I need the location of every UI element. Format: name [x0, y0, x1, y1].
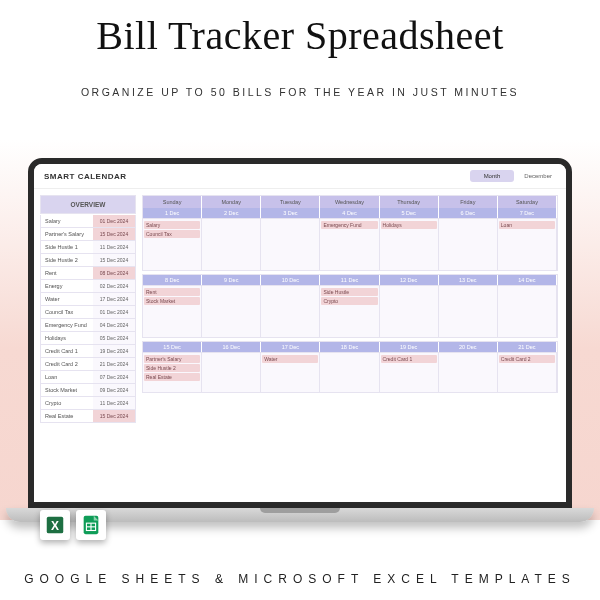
laptop-mockup: SMART CALENDAR Month December OVERVIEW S…	[28, 158, 572, 508]
overview-name: Credit Card 1	[41, 345, 93, 357]
overview-name: Credit Card 2	[41, 358, 93, 370]
overview-row[interactable]: Crypto11 Dec 2024	[40, 397, 136, 410]
overview-row[interactable]: Council Tax01 Dec 2024	[40, 306, 136, 319]
day-number: 16 Dec	[202, 342, 261, 352]
sheets-icon	[76, 510, 106, 540]
laptop-bezel: SMART CALENDAR Month December OVERVIEW S…	[28, 158, 572, 508]
day-label: Tuesday	[261, 196, 320, 208]
event-chip[interactable]: Council Tax	[144, 230, 200, 238]
event-chip[interactable]: Crypto	[321, 297, 377, 305]
overview-row[interactable]: Credit Card 119 Dec 2024	[40, 345, 136, 358]
overview-panel: OVERVIEW Salary01 Dec 2024Partner's Sala…	[34, 189, 136, 501]
day-number: 14 Dec	[498, 275, 557, 285]
overview-name: Rent	[41, 267, 93, 279]
overview-date: 01 Dec 2024	[93, 215, 135, 227]
calendar-cell[interactable]: Side HustleCrypto	[320, 285, 379, 337]
overview-row[interactable]: Credit Card 221 Dec 2024	[40, 358, 136, 371]
calendar-cell[interactable]	[439, 285, 498, 337]
overview-row[interactable]: Stock Market09 Dec 2024	[40, 384, 136, 397]
day-number: 5 Dec	[380, 208, 439, 218]
day-number: 21 Dec	[498, 342, 557, 352]
overview-row[interactable]: Side Hustle 111 Dec 2024	[40, 241, 136, 254]
overview-name: Salary	[41, 215, 93, 227]
page-title: Bill Tracker Spreadsheet	[0, 12, 600, 59]
calendar-cell[interactable]	[261, 218, 320, 270]
overview-date: 07 Dec 2024	[93, 371, 135, 383]
overview-row[interactable]: Energy02 Dec 2024	[40, 280, 136, 293]
calendar-cell[interactable]: Partner's SalarySide Hustle 2Real Estate	[143, 352, 202, 392]
event-chip[interactable]: Partner's Salary	[144, 355, 200, 363]
day-number: 1 Dec	[143, 208, 202, 218]
overview-row[interactable]: Salary01 Dec 2024	[40, 215, 136, 228]
day-number: 13 Dec	[439, 275, 498, 285]
overview-name: Stock Market	[41, 384, 93, 396]
calendar-cell[interactable]	[202, 352, 261, 392]
sheet-topbar: SMART CALENDAR Month December	[34, 164, 566, 189]
calendar-cell[interactable]: Credit Card 1	[380, 352, 439, 392]
calendar-cell[interactable]: Holidays	[380, 218, 439, 270]
event-chip[interactable]: Salary	[144, 221, 200, 229]
event-chip[interactable]: Side Hustle 2	[144, 364, 200, 372]
event-chip[interactable]: Credit Card 1	[381, 355, 437, 363]
day-label: Sunday	[143, 196, 202, 208]
calendar-week: 15 Dec16 Dec17 Dec18 Dec19 Dec20 Dec21 D…	[142, 341, 558, 393]
calendar-cell[interactable]: SalaryCouncil Tax	[143, 218, 202, 270]
overview-row[interactable]: Holidays05 Dec 2024	[40, 332, 136, 345]
event-chip[interactable]: Side Hustle	[321, 288, 377, 296]
day-label: Wednesday	[320, 196, 379, 208]
event-chip[interactable]: Holidays	[381, 221, 437, 229]
overview-row[interactable]: Loan07 Dec 2024	[40, 371, 136, 384]
day-number: 19 Dec	[380, 342, 439, 352]
calendar-cell[interactable]	[202, 285, 261, 337]
calendar-cell[interactable]	[498, 285, 557, 337]
view-month-button[interactable]: Month	[470, 170, 515, 182]
overview-date: 11 Dec 2024	[93, 397, 135, 409]
calendar-cell[interactable]	[320, 352, 379, 392]
calendar-cell[interactable]	[439, 218, 498, 270]
month-selector[interactable]: December	[520, 170, 556, 182]
calendar-cell[interactable]	[261, 285, 320, 337]
calendar-cell[interactable]	[380, 285, 439, 337]
sheet-title: SMART CALENDAR	[44, 172, 127, 181]
overview-row[interactable]: Water17 Dec 2024	[40, 293, 136, 306]
event-chip[interactable]: Stock Market	[144, 297, 200, 305]
overview-date: 15 Dec 2024	[93, 410, 135, 422]
overview-name: Holidays	[41, 332, 93, 344]
event-chip[interactable]: Loan	[499, 221, 555, 229]
overview-row[interactable]: Partner's Salary15 Dec 2024	[40, 228, 136, 241]
calendar-cell[interactable]	[202, 218, 261, 270]
calendar-cell[interactable]: RentStock Market	[143, 285, 202, 337]
event-chip[interactable]: Rent	[144, 288, 200, 296]
day-number: 8 Dec	[143, 275, 202, 285]
calendar-cell[interactable]: Credit Card 2	[498, 352, 557, 392]
event-chip[interactable]: Water	[262, 355, 318, 363]
footer-text: GOOGLE SHEETS & MICROSOFT EXCEL TEMPLATE…	[0, 572, 600, 586]
spreadsheet-screen: SMART CALENDAR Month December OVERVIEW S…	[34, 164, 566, 502]
calendar-cell[interactable]	[439, 352, 498, 392]
calendar-cell[interactable]: Emergency Fund	[320, 218, 379, 270]
day-label: Thursday	[380, 196, 439, 208]
overview-name: Side Hustle 2	[41, 254, 93, 266]
day-number: 12 Dec	[380, 275, 439, 285]
overview-date: 11 Dec 2024	[93, 241, 135, 253]
day-label: Saturday	[498, 196, 557, 208]
overview-row[interactable]: Real Estate15 Dec 2024	[40, 410, 136, 423]
day-number: 18 Dec	[320, 342, 379, 352]
event-chip[interactable]: Credit Card 2	[499, 355, 555, 363]
day-number: 17 Dec	[261, 342, 320, 352]
overview-row[interactable]: Rent08 Dec 2024	[40, 267, 136, 280]
calendar-cell[interactable]: Water	[261, 352, 320, 392]
page-subtitle: ORGANIZE UP TO 50 BILLS FOR THE YEAR IN …	[0, 86, 600, 98]
event-chip[interactable]: Real Estate	[144, 373, 200, 381]
overview-date: 01 Dec 2024	[93, 306, 135, 318]
calendar-cell[interactable]: Loan	[498, 218, 557, 270]
event-chip[interactable]: Emergency Fund	[321, 221, 377, 229]
overview-row[interactable]: Side Hustle 215 Dec 2024	[40, 254, 136, 267]
day-number: 15 Dec	[143, 342, 202, 352]
overview-name: Loan	[41, 371, 93, 383]
overview-date: 15 Dec 2024	[93, 254, 135, 266]
overview-date: 09 Dec 2024	[93, 384, 135, 396]
overview-name: Energy	[41, 280, 93, 292]
overview-row[interactable]: Emergency Fund04 Dec 2024	[40, 319, 136, 332]
day-number: 20 Dec	[439, 342, 498, 352]
